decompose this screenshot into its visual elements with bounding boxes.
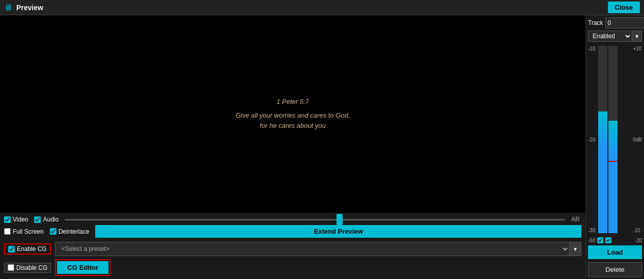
- cg-editor-button[interactable]: CG Editor: [57, 261, 108, 274]
- left-panel: 1 Peter 5:7 Give all your worries and ca…: [0, 15, 585, 279]
- enable-cg-text: Enable CG: [17, 245, 47, 253]
- red-line-indicator: [608, 161, 618, 162]
- deinterlace-label: Deinterlace: [59, 228, 90, 235]
- fullscreen-checkbox-label[interactable]: Full Screen: [4, 228, 44, 235]
- load-button[interactable]: Load: [588, 245, 642, 259]
- meter-right-10: +10: [633, 46, 642, 51]
- enable-cg-label[interactable]: Enable CG: [8, 245, 47, 253]
- track-label: Track: [588, 19, 603, 26]
- window-title: Preview: [16, 4, 43, 12]
- preset-select-wrapper: <Select a preset> ▼: [55, 242, 581, 256]
- meter-label-10: -10: [588, 46, 595, 51]
- enabled-select[interactable]: Enabled Disabled: [588, 31, 632, 42]
- enabled-row: Enabled Disabled ▼: [588, 31, 642, 42]
- meter-labels-left: -10 -20 -30: [588, 46, 596, 233]
- controls-bar: Video Audio AR Full Screen Dein: [0, 213, 585, 279]
- right-buttons: Load Delete: [588, 245, 642, 277]
- audio-checkbox[interactable]: [34, 216, 41, 223]
- right-panel: Track ▼ Enabled Disabled ▼ -10 -20 -30: [585, 15, 644, 279]
- deinterlace-checkbox-label[interactable]: Deinterlace: [50, 228, 90, 235]
- disable-cg-checkbox[interactable]: [8, 264, 14, 271]
- monitor-icon: 🖥: [4, 3, 12, 12]
- meter-bars: [598, 46, 630, 233]
- meter-check-1[interactable]: [597, 237, 603, 243]
- extend-preview-button[interactable]: Extend Preview: [95, 225, 581, 238]
- audio-label: Audio: [43, 216, 59, 223]
- video-label: Video: [13, 216, 28, 223]
- close-button[interactable]: Close: [608, 2, 640, 13]
- audio-checkbox-label[interactable]: Audio: [34, 216, 59, 223]
- meter-label-20: -20: [588, 137, 595, 143]
- preset-dropdown-button[interactable]: ▼: [570, 242, 581, 256]
- preset-select[interactable]: <Select a preset>: [55, 242, 570, 256]
- meter-right-neg10: -10: [633, 228, 642, 233]
- meter-labels-right: +10 0dB -10: [632, 46, 642, 233]
- meter-bar-1: [598, 46, 607, 233]
- controls-row2: Full Screen Deinterlace Extend Preview: [4, 225, 581, 238]
- controls-row1: Video Audio AR: [4, 216, 581, 223]
- track-input[interactable]: [605, 17, 644, 29]
- fullscreen-label: Full Screen: [13, 228, 44, 235]
- video-text: 1 Peter 5:7 Give all your worries and ca…: [236, 97, 350, 131]
- disable-cg-label[interactable]: Disable CG: [8, 264, 47, 271]
- controls-row4: Disable CG CG Editor: [4, 259, 581, 276]
- enable-cg-checkbox[interactable]: [8, 246, 15, 253]
- fullscreen-checkbox[interactable]: [4, 228, 11, 235]
- db20-label: -20: [635, 238, 642, 243]
- title-bar-left: 🖥 Preview: [4, 3, 43, 12]
- verse-title: 1 Peter 5:7: [236, 97, 350, 107]
- meter-right-0db: 0dB: [633, 137, 642, 143]
- main-content: 1 Peter 5:7 Give all your worries and ca…: [0, 15, 644, 279]
- title-bar: 🖥 Preview Close: [0, 0, 644, 15]
- controls-row3: Enable CG <Select a preset> ▼: [4, 242, 581, 256]
- slider-container: [65, 219, 565, 220]
- disable-cg-wrapper: Disable CG: [4, 263, 51, 273]
- enable-cg-wrapper: Enable CG: [4, 243, 51, 255]
- meter-check-2[interactable]: [605, 237, 611, 243]
- track-row: Track ▼: [588, 17, 642, 29]
- ar-label: AR: [571, 216, 581, 223]
- disable-cg-text: Disable CG: [16, 264, 47, 271]
- volume-slider[interactable]: [65, 219, 565, 220]
- video-area: 1 Peter 5:7 Give all your worries and ca…: [0, 15, 585, 213]
- verse-line1: Give all your worries and cares to God,: [236, 110, 350, 121]
- meter-area: -10 -20 -30 +10 0dB -10: [588, 44, 642, 235]
- delete-button[interactable]: Delete: [588, 262, 642, 277]
- meter-bar-2: [608, 46, 618, 233]
- meter-fill-1: [598, 111, 607, 233]
- verse-line2: for he cares about you: [236, 121, 350, 131]
- cg-editor-wrapper: CG Editor: [55, 259, 110, 276]
- video-checkbox-label[interactable]: Video: [4, 216, 28, 223]
- enabled-dropdown-button[interactable]: ▼: [632, 31, 642, 42]
- meter-fill-2: [608, 121, 618, 233]
- video-checkbox[interactable]: [4, 216, 11, 223]
- meter-label-30: -30: [588, 228, 595, 233]
- deinterlace-checkbox[interactable]: [50, 228, 57, 235]
- db60-label: -60: [588, 238, 595, 243]
- meter-bottom-row: -60 -20: [588, 237, 642, 243]
